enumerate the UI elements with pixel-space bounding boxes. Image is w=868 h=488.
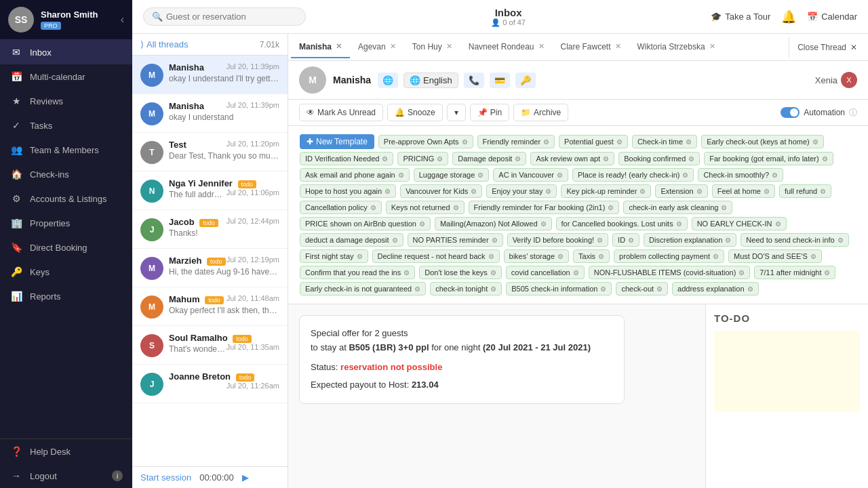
gear-icon[interactable]: ⚙ [453,204,459,211]
template-tag[interactable]: Keys not returned⚙ [386,201,465,214]
template-tag[interactable]: Feel at home⚙ [712,184,775,198]
template-tag[interactable]: Confirm that you read the ins⚙ [300,266,415,279]
template-tag[interactable]: Cancellation policy⚙ [300,201,382,214]
gear-icon[interactable]: ⚙ [812,138,818,146]
gear-icon[interactable]: ⚙ [419,220,425,228]
tab-close-icon[interactable]: ✕ [446,42,452,51]
template-tag[interactable]: Pre-approve Own Apts⚙ [378,135,473,148]
gear-icon[interactable]: ⚙ [824,269,830,277]
mark-unread-button[interactable]: 👁 Mark As Unread [299,104,383,121]
snooze-dropdown-button[interactable]: ▾ [447,104,466,121]
gear-icon[interactable]: ⚙ [490,269,496,277]
gear-icon[interactable]: ⚙ [492,237,498,244]
list-item[interactable]: M Manisha Jul 20, 11:39pm okay I underst… [132,56,288,94]
template-tag[interactable]: Mailing(Amazon) Not Allowed⚙ [435,217,552,230]
translate-icon[interactable]: 🌐 [378,73,398,88]
template-tag[interactable]: PRICE shown on AirBnb question⚙ [300,217,431,230]
template-tag[interactable]: Ask review own apt⚙ [530,152,614,165]
sidebar-item-logout[interactable]: → Logout i [0,464,132,488]
phone-icon[interactable]: 📞 [464,73,484,88]
all-threads-button[interactable]: ⟩ All threads [140,39,188,49]
notifications-button[interactable]: 🔔 [781,9,796,24]
list-item[interactable]: J Joanne Breton todo Jul 20, 11:26am [132,365,288,403]
sidebar-item-direct-booking[interactable]: 🔖Direct Booking [0,235,132,260]
play-button[interactable]: ▶ [242,472,249,483]
list-item[interactable]: T Test Jul 20, 11:20pm Dear Test, Thank … [132,133,288,171]
search-bar[interactable]: 🔍 [143,7,306,26]
sidebar-item-help[interactable]: ❓ Help Desk [0,439,132,464]
automation-info-icon[interactable]: ⓘ [849,107,857,119]
template-tag[interactable]: check-in tonight⚙ [430,282,502,296]
template-tag[interactable]: First night stay⚙ [300,249,368,263]
template-tag[interactable]: Check-in time⚙ [632,135,697,148]
gear-icon[interactable]: ⚙ [477,171,484,179]
todo-content[interactable] [714,331,860,412]
gear-icon[interactable]: ⚙ [747,285,753,293]
template-tag[interactable]: Don't lose the keys⚙ [419,266,502,279]
list-item[interactable]: M Mahum todo Jul 20, 11:48am Okay perfec… [132,287,288,326]
template-tag[interactable]: NO EARLY CHECK-IN⚙ [692,217,787,230]
list-item[interactable]: S Soul Ramalho todo Jul 20, 11:35am That… [132,326,288,365]
gear-icon[interactable]: ⚙ [628,237,634,244]
template-tag[interactable]: Ask email and phone again⚙ [300,168,410,182]
sidebar-item-tasks[interactable]: ✓Tasks [0,113,132,138]
gear-icon[interactable]: ⚙ [764,188,770,195]
template-tag[interactable]: Friendly reminder for Far booking (2in1)… [469,201,620,214]
gear-icon[interactable]: ⚙ [557,171,563,179]
list-item[interactable]: M Marzieh todo Jul 20, 12:19pm Hi, the d… [132,249,288,287]
gear-icon[interactable]: ⚙ [403,269,410,277]
sidebar-item-multi-calendar[interactable]: 📅Multi-calendar [0,64,132,89]
gear-icon[interactable]: ⚙ [725,237,731,244]
gear-icon[interactable]: ⚙ [573,269,579,277]
gear-icon[interactable]: ⚙ [357,253,363,260]
list-item[interactable]: N Nga Yi Jennifer todo Jul 20, 11:06pm T… [132,171,288,210]
sidebar-item-keys[interactable]: 🔑Keys [0,260,132,284]
tab-navneet-rondeau[interactable]: Navneet Rondeau✕ [460,37,553,58]
gear-icon[interactable]: ⚙ [810,253,816,260]
template-tag[interactable]: NON-FLUSHABLE ITEMS (covid-situation)⚙ [589,266,751,279]
template-tag[interactable]: for Cancelled bookings. Lost units⚙ [556,217,688,230]
template-tag[interactable]: Early check-out (keys at home)⚙ [701,135,824,148]
template-tag[interactable]: deduct a damage deposit⚙ [300,233,403,247]
sidebar-item-team[interactable]: 👥Team & Members [0,138,132,162]
gear-icon[interactable]: ⚙ [471,188,477,195]
tab-close-icon[interactable]: ✕ [336,42,342,51]
template-tag[interactable]: Need to send check-in info⚙ [741,233,848,247]
template-tag[interactable]: Hope to host you again⚙ [300,184,396,198]
search-input[interactable] [166,12,297,22]
gear-icon[interactable]: ⚙ [370,204,376,211]
template-tag[interactable]: Early check-in is not guaranteed⚙ [300,282,426,296]
take-tour-button[interactable]: 🎓 Take a Tour [711,12,770,22]
list-item[interactable]: J Jacob todo Jul 20, 12:44pm Thanks! [132,210,288,249]
gear-icon[interactable]: ⚙ [608,204,614,211]
gear-icon[interactable]: ⚙ [557,253,564,260]
gear-icon[interactable]: ⚙ [603,155,609,163]
gear-icon[interactable]: ⚙ [721,204,727,211]
template-tag[interactable]: B505 check-in information⚙ [506,282,612,296]
start-session-button[interactable]: Start session [140,472,191,483]
template-tag[interactable]: NO PARTIES reminder⚙ [408,233,503,247]
template-tag[interactable]: Enjoy your stay⚙ [486,184,557,198]
template-tag[interactable]: AC in Vancouver⚙ [493,168,568,182]
gear-icon[interactable]: ⚙ [676,220,682,228]
close-thread-icon[interactable]: ✕ [850,43,857,52]
tab-agevan[interactable]: Agevan✕ [350,37,404,58]
gear-icon[interactable]: ⚙ [713,253,719,260]
gear-icon[interactable]: ⚙ [688,155,694,163]
gear-icon[interactable]: ⚙ [682,171,688,179]
template-tag[interactable]: Extension⚙ [655,184,707,198]
gear-icon[interactable]: ⚙ [639,188,646,195]
tab-manisha[interactable]: Manisha✕ [291,37,350,58]
gear-icon[interactable]: ⚙ [414,285,420,293]
calendar-button[interactable]: 📅 Calendar [807,12,857,22]
tab-close-icon[interactable]: ✕ [538,42,545,51]
gear-icon[interactable]: ⚙ [488,253,494,260]
template-tag[interactable]: check-in early ask cleaning⚙ [623,201,732,214]
gear-icon[interactable]: ⚙ [822,155,828,163]
gear-icon[interactable]: ⚙ [837,237,844,244]
gear-icon[interactable]: ⚙ [598,253,604,260]
automation-toggle-switch[interactable] [781,107,800,118]
tab-close-icon[interactable]: ✕ [390,42,396,51]
template-tag[interactable]: problem collecting payment⚙ [614,249,724,263]
template-tag[interactable]: Check-in smoothly?⚙ [698,168,783,182]
